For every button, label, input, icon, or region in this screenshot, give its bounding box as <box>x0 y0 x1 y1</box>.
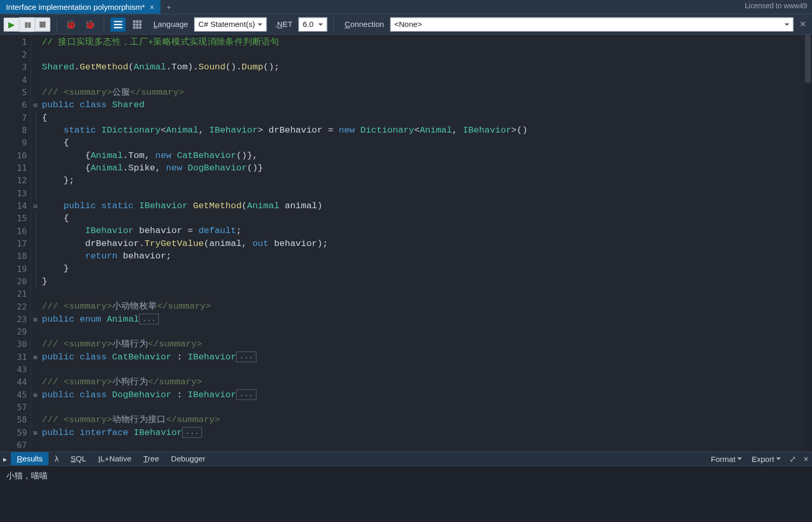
format-menu[interactable]: Format <box>706 452 747 465</box>
toolbar: ▶ ▮▮ 🐞 🐞 Language C# Statement(s) .NET 6… <box>0 15 812 35</box>
pause-button[interactable]: ▮▮ <box>19 17 35 32</box>
output-pane: 小猫，喵喵 <box>0 466 812 522</box>
add-tab-button[interactable]: + <box>160 0 177 14</box>
tab-ilnative[interactable]: IL+Native <box>92 452 137 465</box>
tab-lambda[interactable]: λ <box>49 452 65 465</box>
close-results-icon[interactable]: × <box>800 452 812 465</box>
connection-select[interactable]: <None> <box>390 17 794 32</box>
toolbar-close-icon[interactable]: × <box>798 18 808 31</box>
code-editor[interactable]: 1234567891011121314151617181920212223293… <box>0 35 812 452</box>
line-number-gutter: 1234567891011121314151617181920212223293… <box>0 35 31 452</box>
results-grid-toggle[interactable] <box>110 17 126 32</box>
grid-lines-icon <box>113 20 123 30</box>
query-tab[interactable]: Interface implementation polymorphism* × <box>0 0 160 14</box>
debug-button[interactable]: 🐞 <box>63 17 79 32</box>
close-tab-icon[interactable]: × <box>150 3 154 11</box>
stop-button[interactable] <box>35 17 50 32</box>
output-text: 小猫，喵喵 <box>6 471 806 482</box>
code-area[interactable]: // 接口实现多态性，工厂+策略模式实现消除条件判断语句 Shared.GetM… <box>39 35 812 452</box>
debug-color-button[interactable]: 🐞 <box>82 17 98 32</box>
results-play-icon[interactable]: ▸ <box>0 452 11 465</box>
license-text: Licensed to www49 <box>745 2 807 10</box>
fold-gutter[interactable]: ⊟⊟⊞⊞⊞⊞ <box>31 35 39 452</box>
language-select[interactable]: C# Statement(s) <box>194 17 267 32</box>
connection-label: Connection <box>340 20 387 28</box>
net-label: .NET <box>270 20 295 28</box>
tab-bar: Interface implementation polymorphism* ×… <box>0 0 812 15</box>
results-data-toggle[interactable] <box>129 17 145 32</box>
tab-sql[interactable]: SQL <box>65 452 92 465</box>
tab-tree[interactable]: Tree <box>137 452 165 465</box>
minimap-scrollbar[interactable] <box>804 35 812 452</box>
expand-results-icon[interactable]: ⤢ <box>786 452 800 465</box>
tab-title: Interface implementation polymorphism* <box>6 3 145 11</box>
tab-debugger[interactable]: Debugger <box>165 452 211 465</box>
results-tabbar: ▸ Results λ SQL IL+Native Tree Debugger … <box>0 452 812 466</box>
net-select[interactable]: 6.0 <box>299 17 328 32</box>
grid-cells-icon <box>132 20 142 30</box>
run-button[interactable]: ▶ <box>4 17 19 32</box>
export-menu[interactable]: Export <box>747 452 786 465</box>
language-label: Language <box>149 20 190 28</box>
tab-results[interactable]: Results <box>11 452 49 465</box>
